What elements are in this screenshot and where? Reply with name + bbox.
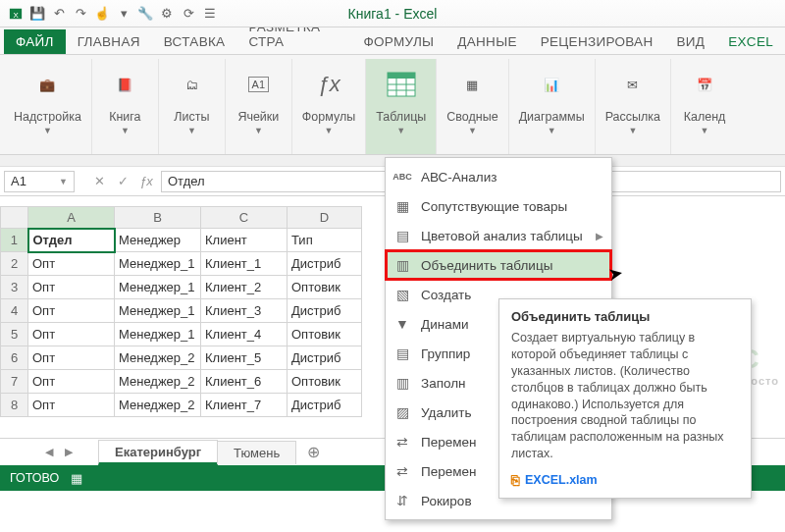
row-header[interactable]: 8 [1, 394, 28, 417]
col-header-B[interactable]: B [115, 207, 201, 229]
sheet-tab[interactable]: Тюмень [217, 441, 296, 464]
tab-view[interactable]: ВИД [664, 29, 716, 54]
ribbon-formulas[interactable]: ƒxФормулы▼ [292, 59, 366, 154]
add-sheet-button[interactable]: ⊕ [301, 443, 325, 461]
sheet-tab[interactable]: Екатеринбург [98, 440, 218, 465]
tab-home[interactable]: ГЛАВНАЯ [66, 29, 152, 54]
row-header[interactable]: 6 [1, 346, 28, 370]
name-box[interactable]: A1▼ [4, 171, 75, 192]
cell[interactable]: Клиент_1 [201, 252, 288, 276]
submenu-arrow-icon: ▶ [596, 231, 603, 241]
ribbon-cells[interactable]: A1Ячейки▼ [226, 59, 292, 154]
enter-formula-icon[interactable]: ✓ [112, 171, 133, 192]
gear-icon[interactable]: ⚙ [157, 4, 177, 24]
pivot-icon: ▦ [454, 67, 490, 102]
mail-icon: ✉ [615, 67, 651, 102]
cell[interactable]: Дистриб [288, 299, 362, 323]
cell[interactable]: Клиент_3 [201, 299, 288, 323]
grid-icon: ▦ [393, 198, 411, 214]
ribbon-calendar[interactable]: 📅Календ▼ [671, 59, 738, 154]
ribbon-addin[interactable]: 💼Надстройка▼ [4, 59, 92, 154]
cell[interactable]: Отдел [28, 229, 115, 252]
ribbon-pivot[interactable]: ▦Сводные▼ [437, 59, 508, 154]
cell[interactable]: Опт [28, 299, 115, 323]
save-icon[interactable]: 💾 [27, 4, 47, 24]
cell[interactable]: Дистриб [288, 346, 362, 370]
menu-color-analysis[interactable]: ▤Цветовой анализ таблицы▶ [386, 221, 611, 250]
sheet-nav-next[interactable]: ▶ [59, 446, 78, 458]
macro-record-icon[interactable]: ▦ [71, 471, 82, 486]
refresh-icon[interactable]: ⟳ [179, 4, 198, 24]
undo-icon[interactable]: ↶ [49, 4, 69, 24]
cell[interactable]: Клиент_6 [201, 370, 288, 394]
menu-merge-tables[interactable]: ▥Объединить таблицы [386, 250, 611, 280]
group-icon: ▤ [393, 346, 411, 361]
cell[interactable]: Оптовик [288, 323, 362, 346]
row-header[interactable]: 3 [1, 276, 28, 299]
cell[interactable]: Оптовик [288, 276, 362, 299]
ribbon-mail[interactable]: ✉Рассылка▼ [596, 59, 671, 154]
col-header-C[interactable]: C [201, 207, 288, 229]
row-header[interactable]: 5 [1, 323, 28, 346]
addin-file-icon: ⎘ [511, 472, 519, 488]
row-header[interactable]: 7 [1, 370, 28, 394]
cell[interactable]: Менеджер [115, 229, 201, 252]
col-header-D[interactable]: D [288, 207, 362, 229]
filter-icon: ▼ [393, 316, 411, 332]
cell[interactable]: Опт [28, 394, 115, 417]
cell[interactable]: Менеджер_1 [115, 276, 201, 299]
cell[interactable]: Опт [28, 346, 115, 370]
table-icon [384, 67, 419, 102]
cell[interactable]: Опт [28, 276, 115, 299]
colors-icon: ▤ [393, 228, 411, 243]
cell[interactable]: Клиент_5 [201, 346, 288, 370]
tab-data[interactable]: ДАННЫЕ [445, 29, 528, 54]
rows-icon[interactable]: ☰ [200, 4, 220, 24]
tab-excel-addin[interactable]: EXCEL [716, 29, 785, 54]
cell[interactable]: Клиент_4 [201, 323, 288, 346]
cell[interactable]: Клиент [201, 229, 288, 252]
cell[interactable]: Клиент_2 [201, 276, 288, 299]
ribbon-sheets[interactable]: 🗂Листы▼ [159, 59, 226, 154]
svg-rect-3 [388, 73, 415, 79]
cell[interactable]: Оптовик [288, 370, 362, 394]
cell[interactable]: Опт [28, 252, 115, 276]
redo-icon[interactable]: ↷ [71, 4, 90, 24]
cell[interactable]: Опт [28, 323, 115, 346]
cell[interactable]: Опт [28, 370, 115, 394]
cell[interactable]: Менеджер_1 [115, 299, 201, 323]
tab-review[interactable]: РЕЦЕНЗИРОВАН [529, 29, 665, 54]
move-icon: ⇄ [393, 463, 411, 479]
col-header-A[interactable]: A [28, 207, 115, 229]
cell[interactable]: Менеджер_2 [115, 394, 201, 417]
cell[interactable]: Менеджер_1 [115, 323, 201, 346]
customize-icon[interactable]: ▾ [114, 4, 133, 24]
insert-function-icon[interactable]: ƒx [135, 171, 157, 192]
menu-related-goods[interactable]: ▦Сопутствующие товары [386, 191, 611, 221]
cancel-formula-icon[interactable]: ✕ [88, 171, 110, 192]
cell[interactable]: Менеджер_2 [115, 370, 201, 394]
cell[interactable]: Дистриб [288, 252, 362, 276]
row-header[interactable]: 4 [1, 299, 28, 323]
menu-abc-analysis[interactable]: ABCАВС-Анализ [386, 162, 611, 191]
sheet-nav-prev[interactable]: ◀ [39, 446, 59, 458]
excel-app-icon[interactable]: X [6, 4, 26, 24]
ribbon-charts[interactable]: 📊Диаграммы▼ [509, 59, 596, 154]
wrench-icon[interactable]: 🔧 [135, 4, 155, 24]
cell[interactable]: Клиент_7 [201, 394, 288, 417]
row-header[interactable]: 2 [1, 252, 28, 276]
ribbon-tables[interactable]: Таблицы▼ [366, 59, 437, 154]
cell[interactable]: Тип [288, 229, 362, 252]
cell[interactable]: Дистриб [288, 394, 362, 417]
tab-insert[interactable]: ВСТАВКА [152, 29, 237, 54]
cells-icon: A1 [240, 67, 276, 102]
ribbon-book[interactable]: 📕Книга▼ [92, 59, 159, 154]
tab-formulas[interactable]: ФОРМУЛЫ [351, 29, 445, 54]
row-header[interactable]: 1 [1, 229, 28, 252]
cell[interactable]: Менеджер_2 [115, 346, 201, 370]
touch-icon[interactable]: ☝ [92, 4, 112, 24]
select-all-corner[interactable] [1, 207, 28, 229]
tooltip-help-link[interactable]: ⎘EXCEL.xlam [511, 472, 739, 488]
tab-file[interactable]: ФАЙЛ [4, 29, 66, 54]
cell[interactable]: Менеджер_1 [115, 252, 201, 276]
